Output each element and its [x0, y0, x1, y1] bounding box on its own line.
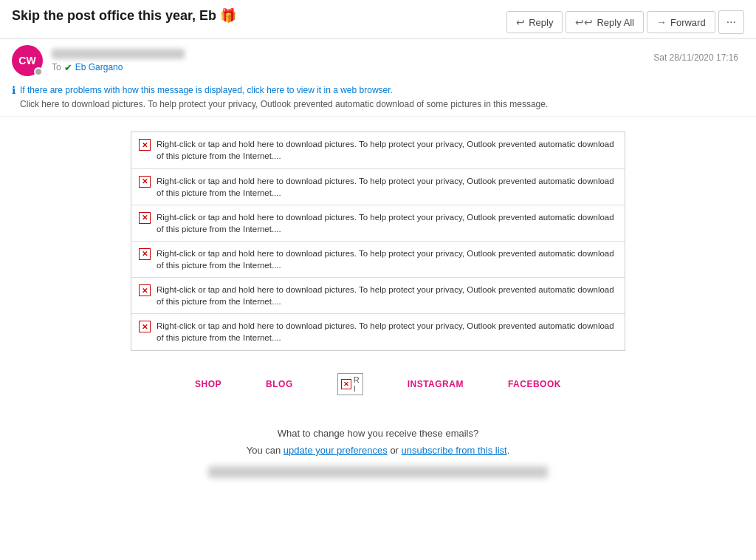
update-preferences-link[interactable]: update your preferences — [284, 445, 388, 456]
forward-icon: → — [656, 16, 667, 28]
info-text: If there are problems with how this mess… — [20, 83, 548, 112]
info-line1[interactable]: If there are problems with how this mess… — [20, 83, 548, 98]
footer-link-instagram[interactable]: INSTAGRAM — [408, 379, 464, 389]
to-label: To — [52, 62, 61, 72]
reply-all-icon: ↩↩ — [575, 16, 593, 28]
broken-image-icon-2: ✕ — [139, 176, 151, 188]
broken-image-icon-3: ✕ — [139, 212, 151, 224]
sender-name — [52, 49, 185, 59]
blurred-address-bar — [208, 466, 548, 478]
footer-image-placeholder[interactable]: ✕ RI — [337, 373, 363, 395]
email-subject: Skip the post office this year, Eb 🎁 — [12, 7, 506, 24]
bottom-text: What to change how you receive these ema… — [12, 410, 744, 467]
bottom-text-line1: What to change how you receive these ema… — [12, 425, 744, 442]
reply-button[interactable]: ↩ Reply — [506, 11, 563, 33]
bottom-text-after: . — [507, 445, 510, 456]
action-buttons: ↩ Reply ↩↩ Reply All → Forward ··· — [506, 10, 744, 34]
image-placeholder-text-5: Right-click or tap and hold here to down… — [157, 284, 617, 307]
broken-image-icon-6: ✕ — [139, 321, 151, 332]
email-header: Skip the post office this year, Eb 🎁 ↩ R… — [0, 0, 756, 39]
image-placeholder-text-1: Right-click or tap and hold here to down… — [157, 138, 617, 162]
avatar-badge — [34, 67, 43, 76]
more-button[interactable]: ··· — [718, 10, 744, 34]
footer-link-blog[interactable]: BLOG — [266, 379, 293, 389]
image-placeholder-text-4: Right-click or tap and hold here to down… — [157, 247, 617, 271]
image-placeholder-text-2: Right-click or tap and hold here to down… — [157, 175, 617, 199]
footer-img-text: RI — [354, 375, 360, 393]
broken-image-icon-4: ✕ — [139, 248, 151, 260]
footer-link-shop[interactable]: SHOP — [195, 379, 221, 389]
more-icon: ··· — [726, 16, 736, 28]
sender-info: To ✔ Eb Gargano — [52, 49, 645, 73]
to-row: To ✔ Eb Gargano — [52, 62, 645, 73]
verified-icon: ✔ — [64, 62, 72, 73]
bottom-text-before: You can — [247, 445, 284, 456]
reply-icon: ↩ — [516, 16, 525, 28]
bottom-text-line2: You can update your preferences or unsub… — [12, 442, 744, 459]
image-placeholder-row[interactable]: ✕ Right-click or tap and hold here to do… — [131, 205, 625, 242]
broken-image-icon-5: ✕ — [139, 284, 151, 296]
image-placeholder-text-6: Right-click or tap and hold here to down… — [157, 320, 617, 344]
image-placeholder-row[interactable]: ✕ Right-click or tap and hold here to do… — [131, 169, 625, 205]
footer-broken-icon: ✕ — [341, 379, 351, 389]
email-body: ✕ Right-click or tap and hold here to do… — [0, 117, 756, 493]
avatar: CW — [12, 45, 43, 76]
reply-label: Reply — [529, 17, 553, 28]
info-bar: ℹ If there are problems with how this me… — [0, 79, 756, 117]
forward-button[interactable]: → Forward — [647, 11, 715, 33]
forward-label: Forward — [670, 17, 706, 28]
image-placeholders-block: ✕ Right-click or tap and hold here to do… — [131, 132, 625, 350]
image-placeholder-text-3: Right-click or tap and hold here to down… — [157, 211, 617, 235]
image-placeholder-row[interactable]: ✕ Right-click or tap and hold here to do… — [131, 132, 625, 168]
footer-link-facebook[interactable]: FACEBOOK — [508, 379, 561, 389]
bottom-text-middle: or — [388, 445, 402, 456]
unsubscribe-link[interactable]: unsubscribe from this list — [402, 445, 507, 456]
reply-all-button[interactable]: ↩↩ Reply All — [566, 11, 644, 33]
sender-row: CW To ✔ Eb Gargano Sat 28/11/2020 17:16 — [0, 39, 756, 79]
broken-image-icon-1: ✕ — [139, 139, 151, 151]
image-placeholder-row[interactable]: ✕ Right-click or tap and hold here to do… — [131, 278, 625, 314]
reply-all-label: Reply All — [597, 17, 634, 28]
info-icon: ℹ — [12, 84, 16, 96]
info-line2[interactable]: Click here to download pictures. To help… — [20, 98, 548, 112]
footer-nav: SHOP BLOG ✕ RI INSTAGRAM FACEBOOK — [12, 358, 744, 410]
recipient-name: Eb Gargano — [75, 62, 123, 72]
image-placeholder-row[interactable]: ✕ Right-click or tap and hold here to do… — [131, 314, 625, 349]
image-placeholder-row[interactable]: ✕ Right-click or tap and hold here to do… — [131, 242, 625, 278]
email-date: Sat 28/11/2020 17:16 — [653, 52, 738, 63]
